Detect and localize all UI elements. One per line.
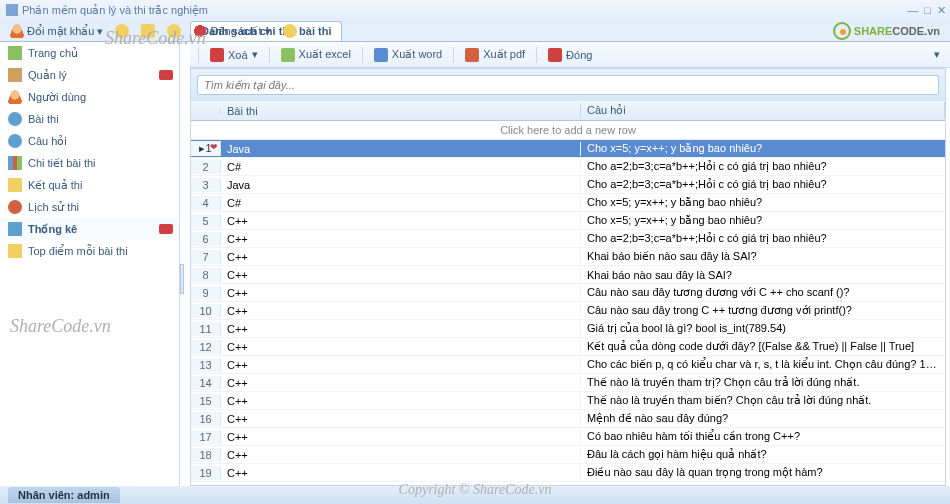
table-row[interactable]: 17C++Có bao nhiêu hàm tối thiểu cần tron…	[191, 428, 945, 446]
cell-exam: C++	[221, 232, 581, 246]
table-row[interactable]: 20C++Có bao nhiêu cách truyền tham số tr…	[191, 482, 945, 484]
row-number: 20	[191, 484, 221, 485]
table-row[interactable]: 12C++Kết quả của dòng code dưới đây? [(F…	[191, 338, 945, 356]
table-row[interactable]: 2C#Cho a=2;b=3;c=a*b++;Hỏi c có giá trị …	[191, 158, 945, 176]
table-row[interactable]: 14C++Thế nào là truyền tham trị? Chọn câ…	[191, 374, 945, 392]
col-exam[interactable]: Bài thi	[221, 103, 581, 119]
export-word-button[interactable]: Xuất word	[367, 45, 449, 65]
circle-icon-3	[283, 24, 297, 38]
window-controls: — □ ✕	[907, 4, 946, 17]
close-window-button[interactable]: ✕	[937, 4, 946, 17]
sidebar-splitter[interactable]	[180, 264, 184, 294]
sidebar-item-label: Chi tiết bài thi	[28, 157, 96, 170]
power-icon	[193, 24, 207, 38]
user-icon	[10, 24, 24, 38]
sidebar-item-người-dùng[interactable]: Người dùng	[0, 86, 179, 108]
sidebar-item-quản-lý[interactable]: Quản lý	[0, 64, 179, 86]
toolbar-overflow[interactable]: ▾	[930, 48, 944, 61]
table-row[interactable]: 18C++Đâu là cách gọi hàm hiệu quả nhất?	[191, 446, 945, 464]
badge-icon	[159, 224, 173, 234]
cell-question: Cho a=2;b=3;c=a*b++;Hỏi c có giá trị bao…	[581, 231, 945, 246]
sidebar-item-trang-chủ[interactable]: Trang chủ	[0, 42, 179, 64]
table-row[interactable]: 3JavaCho a=2;b=3;c=a*b++;Hỏi c có giá tr…	[191, 176, 945, 194]
sidebar-item-câu-hỏi[interactable]: Câu hỏi	[0, 130, 179, 152]
row-number: 9	[191, 286, 221, 300]
manage-icon	[8, 68, 22, 82]
search-input[interactable]	[197, 75, 939, 95]
grid-body[interactable]: ▸1❤JavaCho x=5; y=x++; y bằng bao nhiêu?…	[191, 140, 945, 484]
cell-exam: C++	[221, 394, 581, 408]
table-row[interactable]: 19C++Điều nào sau đây là quan trọng tron…	[191, 464, 945, 482]
cell-question: Cho x=5; y=x++; y bằng bao nhiêu?	[581, 195, 945, 210]
close-tab-button[interactable]: Đóng	[541, 45, 599, 65]
row-number: 13	[191, 358, 221, 372]
cell-exam: C++	[221, 376, 581, 390]
cell-question: Mệnh đề nào sau đây đúng?	[581, 411, 945, 426]
row-number: 3	[191, 178, 221, 192]
cell-question: Cho x=5; y=x++; y bằng bao nhiêu?	[581, 141, 945, 156]
sidebar-item-lịch-sử-thi[interactable]: Lịch sử thi	[0, 196, 179, 218]
q-icon	[8, 112, 22, 126]
sidebar-item-label: Lịch sử thi	[28, 201, 79, 214]
word-icon	[374, 48, 388, 62]
sidebar-item-chi-tiết-bài-thi[interactable]: Chi tiết bài thi	[0, 152, 179, 174]
menu-spacer-4	[279, 22, 301, 40]
table-row[interactable]: 13C++Cho các biến p, q có kiểu char và r…	[191, 356, 945, 374]
q-icon	[8, 134, 22, 148]
row-number: 6	[191, 232, 221, 246]
row-number: 4	[191, 196, 221, 210]
cell-question: Thế nào là truyền tham trị? Chọn câu trả…	[581, 375, 945, 390]
row-number: 16	[191, 412, 221, 426]
table-row[interactable]: 5C++Cho x=5; y=x++; y bằng bao nhiêu?	[191, 212, 945, 230]
stats-icon	[8, 222, 22, 236]
cell-exam: C++	[221, 412, 581, 426]
cell-exam: C++	[221, 214, 581, 228]
trophy-icon	[8, 178, 22, 192]
table-row[interactable]: 6C++Cho a=2;b=3;c=a*b++;Hỏi c có giá trị…	[191, 230, 945, 248]
table-row[interactable]: 9C++Câu nào sau đây tương đương với C ++…	[191, 284, 945, 302]
table-row[interactable]: 16C++Mệnh đề nào sau đây đúng?	[191, 410, 945, 428]
table-row[interactable]: 10C++Câu nào sau đây trong C ++ tương đư…	[191, 302, 945, 320]
cell-exam: C++	[221, 340, 581, 354]
main-content: Bài thi Câu hỏi Click here to add a new …	[190, 68, 946, 486]
table-row[interactable]: 4C#Cho x=5; y=x++; y bằng bao nhiêu?	[191, 194, 945, 212]
table-row[interactable]: 7C++Khai báo biến nào sau đây là SAI?	[191, 248, 945, 266]
sidebar-item-label: Bài thi	[28, 113, 59, 125]
new-row-hint[interactable]: Click here to add a new row	[191, 121, 945, 140]
circle-icon	[115, 24, 129, 38]
minimize-button[interactable]: —	[907, 4, 918, 17]
sidebar-item-label: Top điểm mỗi bài thi	[28, 245, 128, 258]
table-row[interactable]: 8C++Khai báo nào sau đây là SAI?	[191, 266, 945, 284]
sidebar-item-thống-kê[interactable]: Thống kê	[0, 218, 179, 240]
sidebar-item-kết-quả-thi[interactable]: Kết quả thi	[0, 174, 179, 196]
col-rownum[interactable]	[191, 109, 221, 113]
row-number: 19	[191, 466, 221, 480]
export-pdf-button[interactable]: Xuất pdf	[458, 45, 532, 65]
navigation-sidebar: Trang chủQuản lýNgười dùngBài thiCâu hỏi…	[0, 42, 180, 486]
status-user: Nhân viên: admin	[8, 487, 120, 503]
logout-label: Đăng xuất	[210, 25, 261, 38]
sidebar-item-top-điểm-mỗi-bài-thi[interactable]: Top điểm mỗi bài thi	[0, 240, 179, 262]
export-excel-button[interactable]: Xuất excel	[274, 45, 358, 65]
logout-menu[interactable]: Đăng xuất ▾	[189, 22, 274, 40]
cell-question: Cho các biến p, q có kiểu char và r, s, …	[581, 357, 945, 372]
cell-question: Có bao nhiêu hàm tối thiểu cần trong C++…	[581, 429, 945, 444]
status-bar: Nhân viên: admin	[0, 486, 950, 504]
row-number: 5	[191, 214, 221, 228]
row-number: 18	[191, 448, 221, 462]
sidebar-item-label: Quản lý	[28, 69, 67, 82]
cell-question: Câu nào sau đây tương đương với C ++ cho…	[581, 285, 945, 300]
app-title: Phần mềm quản lý và thi trắc nghiệm	[22, 4, 208, 17]
maximize-button[interactable]: □	[924, 4, 931, 17]
col-question[interactable]: Câu hỏi	[581, 102, 945, 119]
cell-question: Khai báo nào sau đây là SAI?	[581, 268, 945, 282]
row-number: 10	[191, 304, 221, 318]
menu-spacer-1	[111, 22, 133, 40]
delete-button[interactable]: Xoá▾	[203, 45, 265, 65]
sidebar-item-bài-thi[interactable]: Bài thi	[0, 108, 179, 130]
table-row[interactable]: 11C++Giá trị của bool là gì? bool is_int…	[191, 320, 945, 338]
cell-exam: C++	[221, 484, 581, 485]
table-row[interactable]: 15C++Thế nào là truyền tham biến? Chọn c…	[191, 392, 945, 410]
table-row[interactable]: ▸1❤JavaCho x=5; y=x++; y bằng bao nhiêu?	[191, 140, 945, 158]
change-password-menu[interactable]: Đổi mật khẩu ▾	[6, 22, 107, 40]
